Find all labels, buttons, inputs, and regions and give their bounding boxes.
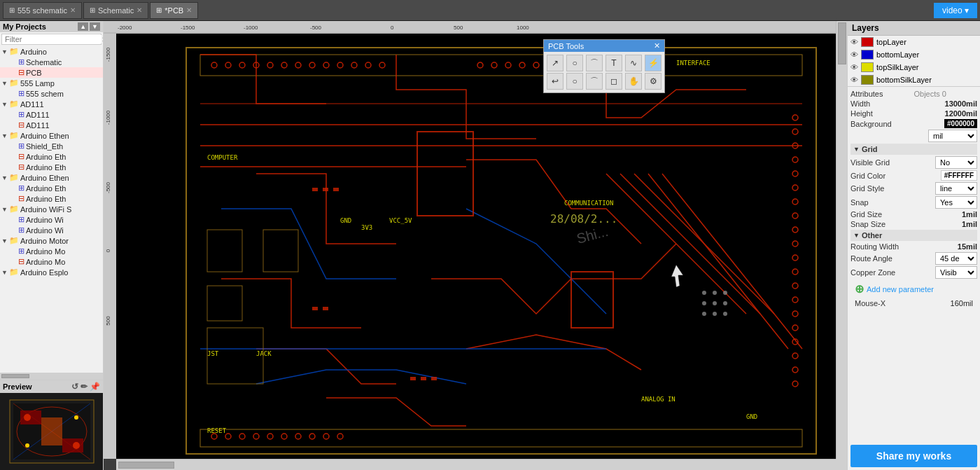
svg-rect-13 [104,21,836,34]
tree-item-ad111-sch[interactable]: ⊞ AD111 [0,109,103,120]
pcb-tool-wave[interactable]: ∿ [625,55,642,71]
pcb-tools-header[interactable]: PCB Tools ✕ [544,40,664,52]
share-my-works-button[interactable]: Share my works [850,445,977,467]
pcb-tool-oval[interactable]: ○ [566,73,583,90]
pcb-tool-select[interactable]: ↗ [547,55,564,71]
sidebar-hscroll-thumb[interactable] [1,374,29,378]
pcb-tool-arc2[interactable]: ⌒ [586,73,603,90]
tree-item-arduino-eth2[interactable]: ▼ 📁 Arduino Ethen [0,172,103,183]
pcb-tool-power[interactable]: ⚡ [645,55,662,71]
horizontal-scrollbar[interactable] [116,459,836,470]
tree-item-arduino-mo-pcb[interactable]: ⊟ Arduino Mo [0,256,103,267]
grid-style-row: Grid Style line dot [850,182,977,195]
svg-text:-1000: -1000 [105,110,111,125]
layer-toplayer-eye[interactable]: 👁 [850,38,858,46]
grid-style-select[interactable]: line dot [935,182,977,195]
tree-label-555schem: 555 schem [26,90,64,98]
sidebar-menu-btn[interactable]: ▼ [90,22,100,31]
unit-select[interactable]: mil mm [928,130,977,142]
route-angle-select[interactable]: 45 de 90 de [935,252,977,265]
tree-item-arduino-mo-sch[interactable]: ⊞ Arduino Mo [0,246,103,256]
layer-bottomlayer[interactable]: 👁 bottomLayer [848,48,980,61]
grid-size-row: Grid Size 1mil [850,210,977,219]
pcb-tool-text[interactable]: T [606,55,622,71]
svg-text:GND: GND [340,217,351,224]
tree-item-arduino-motor[interactable]: ▼ 📁 Arduino Motor [0,235,103,246]
tree-label-arduino-wi2: Arduino Wi [26,226,64,235]
pcb-canvas[interactable]: INTERFACE COMPUTER COMMUNICATION JST JAC… [116,34,836,459]
pcb-tool-hand[interactable]: ✋ [625,73,642,90]
project-tree: ▼ 📁 Arduino ⊞ Schematic ⊟ PCB ▼ 📁 555 La… [0,46,103,373]
sidebar-collapse-btn[interactable]: ▲ [78,22,88,31]
tree-label-555lamp: 555 Lamp [20,79,55,88]
tree-item-pcb-active[interactable]: ⊟ PCB [0,67,103,78]
layer-bottomlayer-name: bottomLayer [876,50,977,59]
tree-item-schematic[interactable]: ⊞ Schematic [0,57,103,67]
tree-item-555schem[interactable]: ⊞ 555 schem [0,88,103,99]
tree-label-ad111pcb: AD111 [26,121,50,130]
layer-toplayer[interactable]: 👁 topLayer [848,36,980,48]
tab-555schematic-close[interactable]: ✕ [70,6,76,14]
top-bar: ⊞ 555 schematic ✕ ⊞ Schematic ✕ ⊞ *PCB ✕… [0,0,980,21]
tree-item-555lamp[interactable]: ▼ 📁 555 Lamp [0,78,103,88]
tree-item-ad111[interactable]: ▼ 📁 AD111 [0,99,103,109]
tab-schematic-close[interactable]: ✕ [136,6,142,14]
layer-bottomsilk-eye[interactable]: 👁 [850,76,858,84]
pcb-tool-settings[interactable]: ⚙ [645,73,662,90]
tree-label-pcb: PCB [26,69,42,77]
vertical-scroll-thumb[interactable] [838,22,846,64]
pcb-tool-circle[interactable]: ○ [566,55,583,71]
tree-item-arduino[interactable]: ▼ 📁 Arduino [0,46,103,57]
arrow-icon: ▼ [1,206,8,213]
pcb-tools-row2: ↩ ○ ⌒ ◻ ✋ ⚙ [547,73,662,90]
tree-item-arduino-eth-pcb2[interactable]: ⊟ Arduino Eth [0,162,103,172]
tree-item-arduino-eth-pcb1[interactable]: ⊟ Arduino Eth [0,151,103,162]
tab-pcb[interactable]: ⊞ *PCB ✕ [150,2,198,19]
filter-input[interactable] [5,35,102,43]
svg-point-9 [24,414,31,421]
pcb-tool-undo[interactable]: ↩ [547,73,564,90]
horizontal-scroll-thumb[interactable] [118,462,174,469]
preview-refresh-icon[interactable]: ↺ [71,382,78,392]
tree-item-shield-eth[interactable]: ⊞ Shield_Eth [0,141,103,151]
vertical-scrollbar[interactable] [836,21,847,459]
preview-edit-icon[interactable]: ✏ [80,382,88,392]
tree-label-ad111: AD111 [20,100,44,109]
tab-pcb-close[interactable]: ✕ [186,6,192,14]
layer-bottomlayer-eye[interactable]: 👁 [850,50,858,59]
layer-topsilk-eye[interactable]: 👁 [850,63,858,71]
tree-item-arduino-eth-pcb3[interactable]: ⊟ Arduino Eth [0,193,103,204]
tree-item-arduino-wifi[interactable]: ▼ 📁 Arduino WiFi S [0,204,103,214]
tree-item-arduino-esplo[interactable]: ▼ 📁 Arduino Esplo [0,267,103,277]
svg-rect-55 [312,188,318,191]
tree-item-arduino-wi2[interactable]: ⊞ Arduino Wi [0,225,103,235]
layer-bottomsilk[interactable]: 👁 bottomSilkLayer [848,74,980,86]
tree-item-arduino-wi1[interactable]: ⊞ Arduino Wi [0,214,103,225]
preview-pin-icon[interactable]: 📌 [90,382,100,392]
background-row: Background #000000 [850,119,977,128]
tree-item-ad111-pcb[interactable]: ⊟ AD111 [0,120,103,130]
add-param-label: Add new parameter [867,285,934,293]
svg-text:1000: 1000 [517,25,529,31]
copper-zone-select[interactable]: Visib Hide [935,266,977,279]
tree-label-arduino-wi1: Arduino Wi [26,216,64,224]
sidebar-hscroll[interactable] [0,373,103,380]
tab-555schematic[interactable]: ⊞ 555 schematic ✕ [3,2,82,19]
layer-topsilk[interactable]: 👁 topSilkLayer [848,61,980,74]
pcb-tools-close-icon[interactable]: ✕ [654,41,660,50]
svg-text:JACK: JACK [256,350,272,357]
pcb-tool-arc[interactable]: ⌒ [586,55,603,71]
sidebar-title: My Projects [3,22,46,31]
tree-item-arduino-eth-sch[interactable]: ⊞ Arduino Eth [0,183,103,193]
tab-schematic[interactable]: ⊞ Schematic ✕ [83,2,148,19]
copper-zone-label: Copper Zone [850,268,935,277]
grid-color-value: #FFFFFF [941,170,977,181]
video-button[interactable]: video ▾ [934,3,977,18]
grid-color-row: Grid Color #FFFFFF [850,170,977,181]
add-param-button[interactable]: ⊕ Add new parameter [850,280,977,298]
svg-rect-60 [410,377,416,380]
visible-grid-select[interactable]: No Yes [935,156,977,169]
pcb-tool-rect[interactable]: ◻ [606,73,622,90]
snap-select[interactable]: Yes No [935,196,977,209]
tree-item-arduino-eth1[interactable]: ▼ 📁 Arduino Ethen [0,130,103,141]
